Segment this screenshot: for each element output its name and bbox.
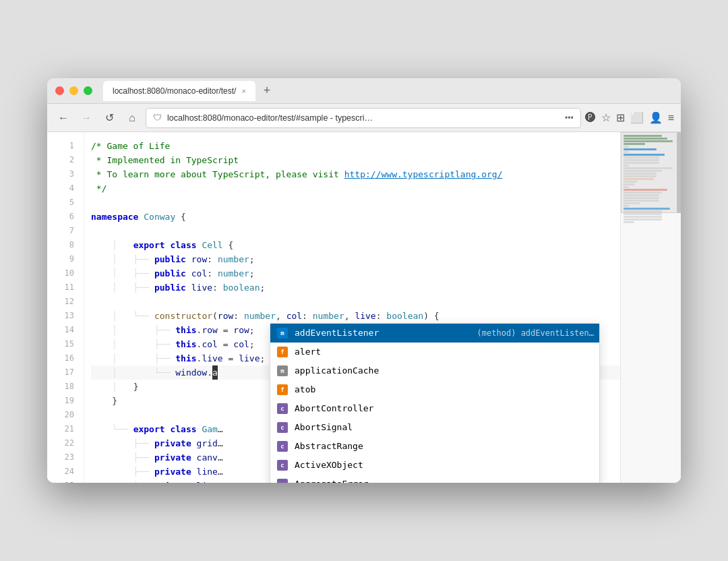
code-line-11: │ ├── public live: boolean; [91,280,620,295]
line-num-20: 20 [54,408,74,422]
autocomplete-item-AggregateError[interactable]: c AggregateError [270,475,599,483]
browser-window: localhost:8080/monaco-editor/test/ × + ←… [47,78,681,483]
minimap-line [624,135,662,137]
line-num-25: 25 [54,479,74,483]
minimap-line [624,178,654,180]
line-num-24: 24 [54,465,74,479]
line-num-12: 12 [54,295,74,309]
toolbar-right: 🅟 ☆ ⊞ ⬜ 👤 ≡ [585,111,674,124]
minimap-line [624,200,659,202]
line-num-13: 13 [54,309,74,323]
class-icon-2: c [276,421,289,434]
autocomplete-dropdown[interactable]: m addEventListener (method) addEventList… [270,323,600,483]
ac-label-atob: atob [295,382,580,397]
url-text: localhost:8080/monaco-editor/test/#sampl… [167,113,559,123]
ac-label-AbortSignal: AbortSignal [295,420,580,435]
minimap-line [624,213,662,215]
minimap-slider[interactable] [677,132,681,213]
minimap-line [624,138,667,140]
minimap-line [624,159,659,161]
code-line-9: │ ├── public row: number; [91,252,620,266]
fn-icon-2: f [276,383,289,396]
menu-icon[interactable]: ≡ [668,112,674,124]
line-num-16: 16 [54,351,74,365]
minimap-line [624,218,662,220]
fn-icon: f [276,345,289,359]
code-line-4: */ [91,181,620,196]
tab-close-button[interactable]: × [241,87,245,95]
close-window-button[interactable] [55,86,64,95]
minimap-line [624,186,629,188]
library-icon[interactable]: ⊞ [616,111,625,124]
autocomplete-item-AbstractRange[interactable]: c AbstractRange [270,437,599,456]
method-icon-shape: m [277,328,288,338]
fn-icon-shape: f [277,347,288,357]
minimap [620,132,681,483]
minimap-line [624,181,637,183]
code-line-10: │ ├── public col: number; [91,266,620,280]
code-line-7 [91,224,620,238]
line-num-11: 11 [54,280,74,295]
class-icon-5: c [276,477,289,483]
autocomplete-item-addEventListener[interactable]: m addEventListener (method) addEventList… [270,324,599,343]
line-num-15: 15 [54,337,74,351]
line-num-19: 19 [54,394,74,408]
maximize-window-button[interactable] [84,86,92,95]
minimap-line [624,140,673,142]
browser-toolbar: ← → ↺ ⌂ 🛡 localhost:8080/monaco-editor/t… [47,104,681,132]
autocomplete-item-AbortSignal[interactable]: c AbortSignal [270,418,599,437]
class-icon-shape-4: c [277,460,288,471]
autocomplete-item-ActiveXObject[interactable]: c ActiveXObject [270,456,599,475]
line-numbers: 1 2 3 4 5 6 7 8 9 10 11 12 13 14 15 16 1… [47,132,84,483]
code-line-3: * To learn more about TypeScript, please… [91,167,620,181]
method-icon-shape-2: m [277,365,288,376]
minimap-line [624,221,634,223]
line-num-7: 7 [54,224,74,238]
back-button[interactable]: ← [54,109,73,127]
code-line-2: * Implemented in TypeScript [91,153,620,167]
ac-label-alert: alert [295,345,580,359]
reload-button[interactable]: ↺ [100,109,119,127]
line-num-8: 8 [54,238,74,252]
line-num-10: 10 [54,266,74,280]
forward-button[interactable]: → [77,109,96,127]
method-icon-2: m [276,364,289,378]
autocomplete-item-AbortController[interactable]: c AbortController [270,399,599,418]
active-tab[interactable]: localhost:8080/monaco-editor/test/ × [103,81,255,101]
minimize-window-button[interactable] [69,86,78,95]
reader-icon[interactable]: ⬜ [630,111,644,124]
line-num-21: 21 [54,422,74,436]
pocket-icon[interactable]: 🅟 [585,112,596,124]
bookmark-icon[interactable]: ☆ [601,111,611,124]
minimap-line [624,148,657,150]
autocomplete-item-atob[interactable]: f atob [270,380,599,399]
minimap-line [624,175,657,177]
class-icon-4: c [276,459,289,472]
address-bar[interactable]: 🛡 localhost:8080/monaco-editor/test/#sam… [146,108,581,128]
ac-label-ActiveXObject: ActiveXObject [295,458,580,473]
minimap-line [624,162,659,164]
more-options-icon[interactable]: ••• [565,113,574,123]
minimap-line [624,194,659,196]
minimap-line [624,216,662,218]
home-button[interactable]: ⌂ [123,109,142,127]
window-buttons [55,86,92,95]
minimap-line [624,189,667,191]
class-icon-shape-2: c [277,422,288,433]
minimap-line [624,156,659,158]
new-tab-button[interactable]: + [258,82,276,100]
minimap-line [624,165,629,167]
minimap-line [624,173,657,175]
ac-detail-addEventListener: (method) addEventListen… [477,326,594,341]
autocomplete-item-alert[interactable]: f alert [270,343,599,361]
autocomplete-item-applicationCache[interactable]: m applicationCache [270,361,599,380]
ac-label-AggregateError: AggregateError [295,477,580,483]
ac-label-addEventListener: addEventListener [295,326,464,341]
minimap-line [624,170,662,172]
class-icon-shape-1: c [277,403,288,414]
code-editor[interactable]: 1 2 3 4 5 6 7 8 9 10 11 12 13 14 15 16 1… [47,132,681,483]
profile-icon[interactable]: 👤 [649,111,663,124]
ac-label-AbortController: AbortController [295,401,580,416]
minimap-line [624,154,665,156]
minimap-line [624,197,659,199]
